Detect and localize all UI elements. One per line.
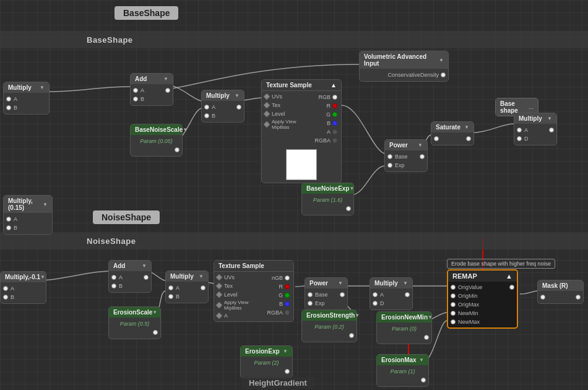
add-bot-node[interactable]: Add▼ A B: [108, 260, 152, 293]
multiply-neg01-node[interactable]: Multiply,-0.1▼ A B: [0, 271, 46, 304]
pin-d-in: [517, 136, 522, 141]
multiply-bot3-node[interactable]: Multiply▼ A B: [165, 271, 209, 303]
multiply-bot3-header: Multiply▼: [166, 271, 208, 282]
base-noise-scale-node[interactable]: BaseNoiseScale▼ Param (0.05): [130, 124, 183, 157]
pin-a-in: [3, 286, 8, 291]
pin-a-in: [111, 275, 116, 280]
pin-exp-in: [387, 163, 392, 168]
erosion-exp-node[interactable]: ErosionExp▼ Param (2): [240, 345, 293, 378]
pin-b-in: [204, 113, 209, 118]
multiply-015-node[interactable]: Multiply,(0.15)▼ A B: [3, 195, 53, 235]
pin-a-in: [6, 97, 11, 102]
pin-origmin-in: [451, 293, 456, 298]
erosion-max-node[interactable]: ErosionMax▼ Param (1): [376, 354, 429, 387]
pin-b-in: [168, 294, 173, 299]
volumetric-input-node[interactable]: Volumetric Advanced Input▼ ConservativeD…: [359, 51, 449, 82]
erode-comment-box: Erode base shape with higher freq noise: [447, 259, 555, 269]
pin-b-in: [3, 295, 8, 300]
erosion-scale-header: ErosionScale▼: [109, 307, 160, 318]
multiply-015-header: Multiply,(0.15)▼: [4, 196, 52, 213]
pin-b-out: [332, 121, 337, 126]
multiply-baseshape-node[interactable]: Multiply▼ A D: [514, 113, 557, 145]
pin-exp-in: [308, 301, 313, 306]
pin-a-in: [517, 128, 522, 132]
pin-newmin-in: [451, 311, 456, 316]
texture-preview: [286, 149, 317, 180]
volumetric-header: Volumetric Advanced Input▼: [360, 51, 448, 69]
power-top-header: Power▼: [385, 140, 427, 150]
pin-base-in: [387, 154, 392, 159]
height-gradient-label: HeightGradient: [241, 377, 314, 389]
noiseshape-title-bubble: NoiseShape: [93, 210, 160, 224]
multiply-top2-header: Multiply▼: [202, 90, 244, 101]
pin-a-in: [6, 217, 11, 222]
mask-r-header: Mask (R): [538, 280, 583, 291]
pin-out: [165, 88, 170, 93]
add-bot-header: Add▼: [109, 261, 151, 271]
pin-b-in: [6, 225, 11, 230]
pin-out: [175, 147, 179, 152]
pin-g-out: [285, 293, 290, 298]
baseshape-title-bubble: BaseShape: [115, 6, 178, 20]
saturate-header: Saturate▼: [431, 122, 473, 132]
base-noise-exp-node[interactable]: BaseNoiseExp▼ Param (1.6): [301, 183, 354, 215]
pin-tex-in: [215, 282, 222, 289]
pin-uvs-in: [215, 274, 222, 280]
erosion-max-header: ErosionMax▼: [377, 355, 428, 365]
pin-r-out: [332, 103, 337, 108]
baseshape-section-banner: BaseShape: [0, 31, 588, 48]
pin-b-in: [133, 97, 138, 102]
pin-out: [576, 295, 581, 300]
add-top-header: Add▼: [131, 74, 173, 84]
pin-out: [349, 333, 354, 338]
power-bot-node[interactable]: Power▼ Base Exp: [305, 277, 348, 310]
pin-cd-out: [441, 72, 446, 77]
pin-out: [285, 369, 290, 374]
pin-b-in: [373, 301, 378, 306]
node-canvas: BaseShape NoiseShape BaseShape NoiseShap…: [0, 0, 588, 390]
multiply-top2-node[interactable]: Multiply▼ A B: [201, 90, 244, 123]
pin-origmax-in: [451, 302, 456, 307]
pin-out: [153, 330, 158, 335]
pin-ainp-in: [215, 312, 222, 319]
noiseshape-section-banner: NoiseShape: [0, 232, 588, 249]
pin-out: [421, 378, 426, 383]
texture-sample-top-node[interactable]: Texture Sample▲ UVs Tex Level Apply View…: [261, 79, 342, 183]
pin-level-in: [215, 291, 222, 298]
pin-a-in: [204, 105, 209, 110]
multiply-erosion-node[interactable]: Multiply▼ A D: [370, 277, 413, 310]
pin-newmax-in: [451, 319, 456, 324]
remap-node[interactable]: REMAP ▲ OrigValue OrigMin OrigMax NewMin…: [447, 269, 518, 329]
texture-bot-header: Texture Sample: [214, 261, 293, 272]
erosion-strength-node[interactable]: ErosionStrength▼ Param (0.2): [301, 310, 357, 342]
erosion-scale-node[interactable]: ErosionScale▼ Param (0.5): [108, 306, 161, 339]
saturate-node[interactable]: Saturate▼: [431, 121, 474, 145]
pin-out: [201, 285, 205, 290]
pin-out: [405, 292, 410, 297]
power-top-node[interactable]: Power▼ Base Exp: [384, 139, 428, 172]
mask-r-node[interactable]: Mask (R): [537, 280, 584, 304]
multiply-neg01-header: Multiply,-0.1▼: [1, 272, 46, 282]
erosion-newmin-header: ErosionNewMin▼: [377, 312, 431, 323]
pin-b-out: [285, 301, 290, 306]
wire-connections: [0, 0, 588, 390]
pin-in: [540, 295, 545, 300]
erosion-newmin-node[interactable]: ErosionNewMin▼ Param (0): [376, 311, 432, 344]
pin-b-in: [6, 105, 11, 110]
pin-a-in: [168, 285, 173, 290]
pin-out: [340, 292, 345, 297]
texture-sample-bot-node[interactable]: Texture Sample UVs Tex Level Apply View …: [214, 260, 294, 322]
add-top-node[interactable]: Add▼ A B: [130, 73, 173, 106]
pin-mip-in: [263, 121, 270, 128]
base-noise-exp-header: BaseNoiseExp▼: [302, 183, 353, 194]
pin-b-in: [111, 284, 116, 288]
pin-origvalue-in: [451, 285, 456, 290]
erosion-strength-header: ErosionStrength▼: [302, 310, 357, 321]
pin-base-in: [308, 292, 313, 297]
base-noise-scale-header: BaseNoiseScale▼: [131, 124, 182, 135]
pin-out: [420, 154, 425, 159]
multiply-topleft-node[interactable]: Multiply▼ A B: [3, 82, 50, 115]
texture-top-header: Texture Sample▲: [262, 80, 341, 91]
power-bot-header: Power▼: [305, 278, 347, 288]
pin-tex-in: [263, 102, 270, 108]
